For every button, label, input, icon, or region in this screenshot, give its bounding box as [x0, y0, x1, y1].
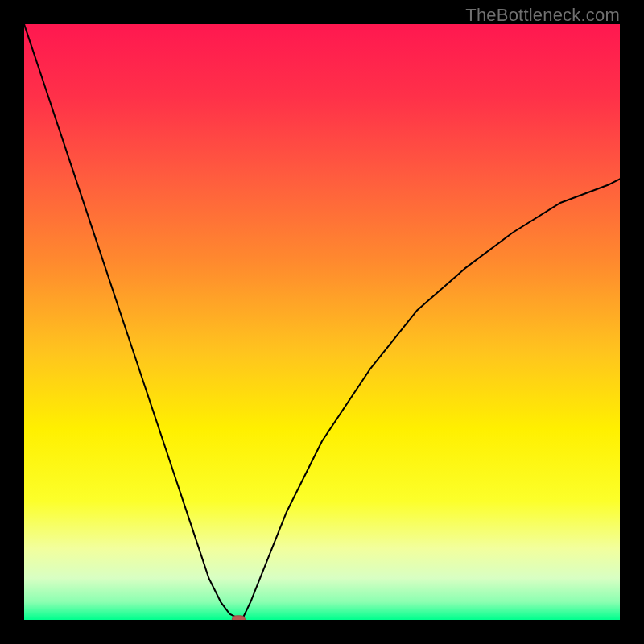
chart-frame: TheBottleneck.com [0, 0, 644, 644]
markers-group [232, 616, 245, 620]
minimum-marker [232, 616, 245, 620]
plot-area [24, 24, 620, 620]
watermark-text: TheBottleneck.com [465, 5, 620, 26]
gradient-background [24, 24, 620, 620]
chart-svg [24, 24, 620, 620]
